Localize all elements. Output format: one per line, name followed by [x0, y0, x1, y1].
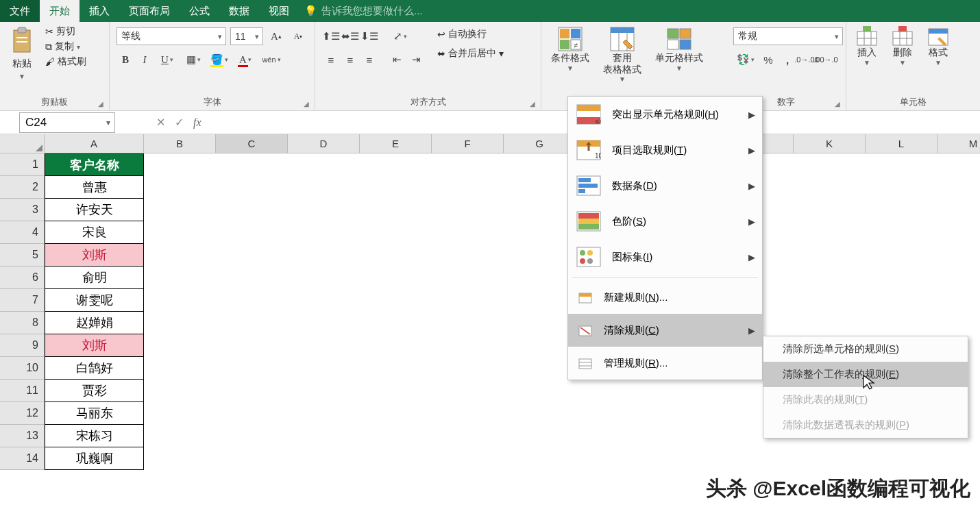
bold-button[interactable]: B — [117, 51, 134, 69]
tab-view[interactable]: 视图 — [259, 0, 299, 22]
table-cell[interactable]: 宋良 — [45, 221, 144, 244]
confirm-icon[interactable]: ✓ — [175, 116, 184, 129]
cut-button[interactable]: ✂剪切 — [42, 25, 89, 38]
menu-icon-sets[interactable]: 图标集(I)▶ — [568, 239, 762, 275]
inc-decimal-button[interactable]: .0→.00 — [798, 51, 816, 69]
row-header[interactable]: 10 — [0, 357, 45, 380]
table-cell[interactable]: 俞明 — [45, 267, 144, 289]
table-cell[interactable]: 许安天 — [45, 199, 144, 221]
column-header[interactable]: E — [360, 134, 432, 153]
underline-button[interactable]: U▾ — [155, 51, 180, 69]
delete-cell-button[interactable]: 删除▼ — [886, 25, 919, 68]
border-button[interactable]: ▦▾ — [181, 51, 206, 69]
cell-styles-button[interactable]: 单元格样式 ▼ — [650, 25, 709, 73]
number-format-select[interactable]: 常规 — [733, 27, 843, 45]
menu-manage-rules[interactable]: 管理规则(R)... — [568, 347, 762, 380]
align-top-button[interactable]: ⬆☰ — [322, 27, 340, 45]
conditional-format-button[interactable]: ≠ 条件格式 ▼ — [546, 25, 595, 73]
menu-color-scales[interactable]: 色阶(S)▶ — [568, 203, 762, 239]
name-box[interactable]: C24 — [19, 112, 115, 133]
format-table-button[interactable]: 套用 表格格式 ▼ — [598, 25, 647, 84]
insert-cell-button[interactable]: 插入▼ — [850, 25, 883, 68]
column-header[interactable]: L — [866, 134, 938, 153]
italic-button[interactable]: I — [136, 51, 154, 69]
select-all-corner[interactable] — [0, 134, 45, 153]
row-header[interactable]: 11 — [0, 380, 45, 402]
table-cell[interactable]: 贾彩 — [45, 380, 144, 402]
merge-button[interactable]: ⬌合并后居中▾ — [434, 47, 506, 60]
column-header[interactable]: C — [216, 134, 288, 153]
align-bottom-button[interactable]: ⬇☰ — [360, 27, 378, 45]
menu-top-rules[interactable]: 10 项目选取规则(T)▶ — [568, 132, 762, 168]
menu-highlight-rules[interactable]: ≤> 突出显示单元格规则(H)▶ — [568, 97, 762, 132]
column-header[interactable]: A — [45, 134, 144, 153]
row-header[interactable]: 13 — [0, 425, 45, 447]
copy-button[interactable]: ⧉复制▾ — [42, 40, 89, 53]
table-cell[interactable]: 赵婵娟 — [45, 312, 144, 334]
paste-button[interactable]: 粘贴 ▼ — [4, 25, 40, 82]
font-size-select[interactable]: 11 — [230, 27, 263, 45]
dialog-launcher-icon[interactable]: ◢ — [835, 100, 840, 108]
column-header[interactable]: K — [794, 134, 866, 153]
outdent-button[interactable]: ⇤ — [388, 51, 406, 69]
format-cell-button[interactable]: 格式▼ — [922, 25, 955, 68]
row-header[interactable]: 3 — [0, 199, 45, 221]
menu-data-bars[interactable]: 数据条(D)▶ — [568, 168, 762, 203]
table-cell[interactable]: 刘斯 — [45, 334, 144, 357]
percent-button[interactable]: % — [759, 51, 777, 69]
table-cell[interactable]: 白鹄好 — [45, 357, 144, 380]
table-cell[interactable]: 曾惠 — [45, 176, 144, 199]
font-color-button[interactable]: A▾ — [233, 51, 258, 69]
menu-clear-rules[interactable]: 清除规则(C)▶ — [568, 314, 762, 347]
align-middle-button[interactable]: ⬌☰ — [341, 27, 359, 45]
painter-button[interactable]: 🖌格式刷 — [42, 55, 89, 69]
row-header[interactable]: 2 — [0, 176, 45, 199]
align-right-button[interactable]: ≡ — [360, 51, 378, 69]
tab-layout[interactable]: 页面布局 — [119, 0, 180, 22]
column-header[interactable]: M — [938, 134, 980, 153]
column-header[interactable]: G — [504, 134, 576, 153]
indent-button[interactable]: ⇥ — [407, 51, 425, 69]
shrink-font-button[interactable]: A▾ — [289, 27, 307, 45]
tab-formula[interactable]: 公式 — [180, 0, 219, 22]
table-cell[interactable]: 马丽东 — [45, 402, 144, 425]
row-header[interactable]: 12 — [0, 402, 45, 425]
row-header[interactable]: 5 — [0, 244, 45, 267]
cancel-icon[interactable]: ✕ — [156, 116, 165, 129]
row-header[interactable]: 9 — [0, 334, 45, 357]
column-header[interactable]: B — [144, 134, 216, 153]
dialog-launcher-icon[interactable]: ◢ — [530, 100, 535, 108]
table-cell[interactable]: 巩巍啊 — [45, 447, 144, 470]
tab-insert[interactable]: 插入 — [79, 0, 119, 22]
row-header[interactable]: 14 — [0, 447, 45, 470]
fill-color-button[interactable]: 🪣▾ — [207, 51, 232, 69]
comma-button[interactable]: , — [779, 51, 796, 69]
align-left-button[interactable]: ≡ — [322, 51, 340, 69]
wrap-text-button[interactable]: ↩自动换行 — [434, 27, 506, 41]
grow-font-button[interactable]: A▴ — [267, 27, 285, 45]
fx-icon[interactable]: fx — [193, 116, 201, 129]
row-header[interactable]: 7 — [0, 289, 45, 312]
align-center-button[interactable]: ≡ — [341, 51, 359, 69]
row-header[interactable]: 6 — [0, 267, 45, 289]
column-header[interactable]: D — [288, 134, 360, 153]
font-name-select[interactable]: 等线 — [117, 27, 226, 45]
phonetic-button[interactable]: wén▾ — [259, 51, 284, 69]
table-cell[interactable]: 谢雯呢 — [45, 289, 144, 312]
table-header-cell[interactable]: 客户名称 — [45, 153, 144, 176]
row-header[interactable]: 1 — [0, 153, 45, 176]
clear-selected-rules[interactable]: 清除所选单元格的规则(S) — [763, 336, 968, 362]
dialog-launcher-icon[interactable]: ◢ — [304, 100, 309, 108]
orientation-button[interactable]: ⤢▾ — [388, 27, 413, 45]
row-header[interactable]: 4 — [0, 221, 45, 244]
tab-file[interactable]: 文件 — [0, 0, 40, 22]
clear-sheet-rules[interactable]: 清除整个工作表的规则(E) — [763, 362, 968, 387]
dialog-launcher-icon[interactable]: ◢ — [98, 100, 103, 108]
menu-new-rule[interactable]: 新建规则(N)... — [568, 281, 762, 314]
tab-data[interactable]: 数据 — [219, 0, 259, 22]
tell-me[interactable]: 💡 告诉我您想要做什么... — [304, 5, 423, 18]
dec-decimal-button[interactable]: .00→.0 — [817, 51, 835, 69]
column-header[interactable]: F — [432, 134, 504, 153]
row-header[interactable]: 8 — [0, 312, 45, 334]
currency-button[interactable]: 💱▾ — [733, 51, 758, 69]
